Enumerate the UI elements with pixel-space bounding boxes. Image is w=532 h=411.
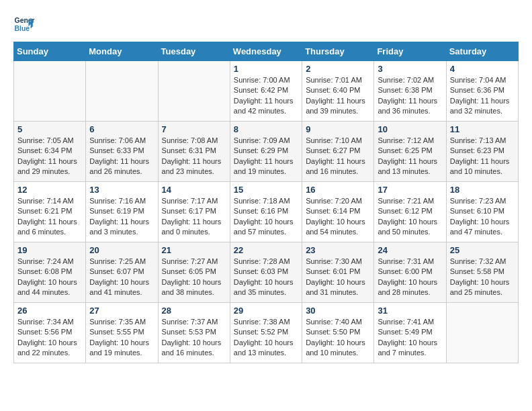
day-number: 14 <box>162 185 226 195</box>
calendar-cell: 16Sunrise: 7:20 AM Sunset: 6:14 PM Dayli… <box>302 182 374 242</box>
day-number: 13 <box>89 185 154 195</box>
day-number: 2 <box>306 64 370 74</box>
day-info: Sunrise: 7:23 AM Sunset: 6:10 PM Dayligh… <box>450 196 515 238</box>
day-of-week-header: Thursday <box>302 42 374 61</box>
calendar-cell: 11Sunrise: 7:13 AM Sunset: 6:23 PM Dayli… <box>446 122 518 182</box>
calendar-cell: 9Sunrise: 7:10 AM Sunset: 6:27 PM Daylig… <box>302 122 374 182</box>
svg-text:Blue: Blue <box>15 25 30 32</box>
calendar-cell <box>86 61 158 122</box>
day-number: 4 <box>450 64 515 74</box>
day-number: 16 <box>306 185 370 195</box>
calendar-cell: 26Sunrise: 7:34 AM Sunset: 5:56 PM Dayli… <box>14 303 86 363</box>
day-info: Sunrise: 7:38 AM Sunset: 5:52 PM Dayligh… <box>234 317 298 359</box>
day-info: Sunrise: 7:02 AM Sunset: 6:38 PM Dayligh… <box>378 75 442 117</box>
day-info: Sunrise: 7:14 AM Sunset: 6:21 PM Dayligh… <box>17 196 82 238</box>
day-info: Sunrise: 7:18 AM Sunset: 6:16 PM Dayligh… <box>234 196 298 238</box>
calendar-cell: 5Sunrise: 7:05 AM Sunset: 6:34 PM Daylig… <box>14 122 86 182</box>
day-info: Sunrise: 7:13 AM Sunset: 6:23 PM Dayligh… <box>450 136 515 177</box>
day-info: Sunrise: 7:01 AM Sunset: 6:40 PM Dayligh… <box>306 75 370 117</box>
day-of-week-header: Friday <box>374 42 446 61</box>
calendar-cell: 1Sunrise: 7:00 AM Sunset: 6:42 PM Daylig… <box>230 61 302 122</box>
calendar-cell: 6Sunrise: 7:06 AM Sunset: 6:33 PM Daylig… <box>86 122 158 182</box>
calendar-cell: 30Sunrise: 7:40 AM Sunset: 5:50 PM Dayli… <box>302 303 374 363</box>
day-of-week-header: Saturday <box>446 42 518 61</box>
calendar-cell: 18Sunrise: 7:23 AM Sunset: 6:10 PM Dayli… <box>446 182 518 242</box>
day-number: 27 <box>89 306 154 316</box>
day-number: 25 <box>450 245 515 255</box>
day-info: Sunrise: 7:12 AM Sunset: 6:25 PM Dayligh… <box>378 136 442 177</box>
calendar-cell: 2Sunrise: 7:01 AM Sunset: 6:40 PM Daylig… <box>302 61 374 122</box>
calendar-cell: 25Sunrise: 7:32 AM Sunset: 5:58 PM Dayli… <box>446 242 518 303</box>
day-info: Sunrise: 7:25 AM Sunset: 6:07 PM Dayligh… <box>89 257 154 298</box>
day-info: Sunrise: 7:37 AM Sunset: 5:53 PM Dayligh… <box>162 317 226 359</box>
calendar-cell: 29Sunrise: 7:38 AM Sunset: 5:52 PM Dayli… <box>230 303 302 363</box>
day-info: Sunrise: 7:34 AM Sunset: 5:56 PM Dayligh… <box>17 317 82 359</box>
day-info: Sunrise: 7:10 AM Sunset: 6:27 PM Dayligh… <box>306 136 370 177</box>
day-number: 1 <box>234 64 298 74</box>
calendar-cell: 19Sunrise: 7:24 AM Sunset: 6:08 PM Dayli… <box>14 242 86 303</box>
day-number: 26 <box>17 306 82 316</box>
logo-icon: General Blue <box>13 13 35 35</box>
calendar-cell: 10Sunrise: 7:12 AM Sunset: 6:25 PM Dayli… <box>374 122 446 182</box>
day-info: Sunrise: 7:27 AM Sunset: 6:05 PM Dayligh… <box>162 257 226 298</box>
calendar-cell: 13Sunrise: 7:16 AM Sunset: 6:19 PM Dayli… <box>86 182 158 242</box>
calendar-cell: 27Sunrise: 7:35 AM Sunset: 5:55 PM Dayli… <box>86 303 158 363</box>
calendar-cell <box>158 61 230 122</box>
day-number: 31 <box>378 306 442 316</box>
calendar-cell <box>14 61 86 122</box>
day-info: Sunrise: 7:28 AM Sunset: 6:03 PM Dayligh… <box>234 257 298 298</box>
day-number: 22 <box>234 245 298 255</box>
calendar-table: SundayMondayTuesdayWednesdayThursdayFrid… <box>13 42 519 363</box>
logo: General Blue <box>13 13 35 35</box>
day-of-week-header: Wednesday <box>230 42 302 61</box>
day-info: Sunrise: 7:40 AM Sunset: 5:50 PM Dayligh… <box>306 317 370 359</box>
calendar-cell: 3Sunrise: 7:02 AM Sunset: 6:38 PM Daylig… <box>374 61 446 122</box>
day-info: Sunrise: 7:06 AM Sunset: 6:33 PM Dayligh… <box>89 136 154 177</box>
day-info: Sunrise: 7:05 AM Sunset: 6:34 PM Dayligh… <box>17 136 82 177</box>
day-info: Sunrise: 7:31 AM Sunset: 6:00 PM Dayligh… <box>378 257 442 298</box>
day-number: 28 <box>162 306 226 316</box>
day-of-week-header: Sunday <box>14 42 86 61</box>
day-number: 3 <box>378 64 442 74</box>
calendar-cell: 31Sunrise: 7:41 AM Sunset: 5:49 PM Dayli… <box>374 303 446 363</box>
day-number: 12 <box>17 185 82 195</box>
page-header: General Blue <box>13 13 519 35</box>
day-number: 30 <box>306 306 370 316</box>
day-number: 7 <box>162 124 226 134</box>
calendar-cell: 21Sunrise: 7:27 AM Sunset: 6:05 PM Dayli… <box>158 242 230 303</box>
day-info: Sunrise: 7:35 AM Sunset: 5:55 PM Dayligh… <box>89 317 154 359</box>
calendar-cell: 17Sunrise: 7:21 AM Sunset: 6:12 PM Dayli… <box>374 182 446 242</box>
day-number: 18 <box>450 185 515 195</box>
day-info: Sunrise: 7:17 AM Sunset: 6:17 PM Dayligh… <box>162 196 226 238</box>
day-info: Sunrise: 7:24 AM Sunset: 6:08 PM Dayligh… <box>17 257 82 298</box>
calendar-cell: 24Sunrise: 7:31 AM Sunset: 6:00 PM Dayli… <box>374 242 446 303</box>
calendar-cell <box>446 303 518 363</box>
day-info: Sunrise: 7:08 AM Sunset: 6:31 PM Dayligh… <box>162 136 226 177</box>
day-number: 17 <box>378 185 442 195</box>
day-number: 29 <box>234 306 298 316</box>
calendar-cell: 22Sunrise: 7:28 AM Sunset: 6:03 PM Dayli… <box>230 242 302 303</box>
day-number: 23 <box>306 245 370 255</box>
day-info: Sunrise: 7:20 AM Sunset: 6:14 PM Dayligh… <box>306 196 370 238</box>
day-info: Sunrise: 7:32 AM Sunset: 5:58 PM Dayligh… <box>450 257 515 298</box>
day-number: 11 <box>450 124 515 134</box>
day-info: Sunrise: 7:30 AM Sunset: 6:01 PM Dayligh… <box>306 257 370 298</box>
day-number: 10 <box>378 124 442 134</box>
day-number: 9 <box>306 124 370 134</box>
calendar-cell: 12Sunrise: 7:14 AM Sunset: 6:21 PM Dayli… <box>14 182 86 242</box>
day-info: Sunrise: 7:00 AM Sunset: 6:42 PM Dayligh… <box>234 75 298 117</box>
calendar-cell: 8Sunrise: 7:09 AM Sunset: 6:29 PM Daylig… <box>230 122 302 182</box>
day-number: 6 <box>89 124 154 134</box>
calendar-cell: 7Sunrise: 7:08 AM Sunset: 6:31 PM Daylig… <box>158 122 230 182</box>
day-number: 8 <box>234 124 298 134</box>
day-number: 19 <box>17 245 82 255</box>
calendar-cell: 15Sunrise: 7:18 AM Sunset: 6:16 PM Dayli… <box>230 182 302 242</box>
day-number: 15 <box>234 185 298 195</box>
day-info: Sunrise: 7:41 AM Sunset: 5:49 PM Dayligh… <box>378 317 442 359</box>
calendar-cell: 14Sunrise: 7:17 AM Sunset: 6:17 PM Dayli… <box>158 182 230 242</box>
day-number: 5 <box>17 124 82 134</box>
calendar-cell: 23Sunrise: 7:30 AM Sunset: 6:01 PM Dayli… <box>302 242 374 303</box>
calendar-cell: 28Sunrise: 7:37 AM Sunset: 5:53 PM Dayli… <box>158 303 230 363</box>
calendar-cell: 4Sunrise: 7:04 AM Sunset: 6:36 PM Daylig… <box>446 61 518 122</box>
day-info: Sunrise: 7:04 AM Sunset: 6:36 PM Dayligh… <box>450 75 515 117</box>
